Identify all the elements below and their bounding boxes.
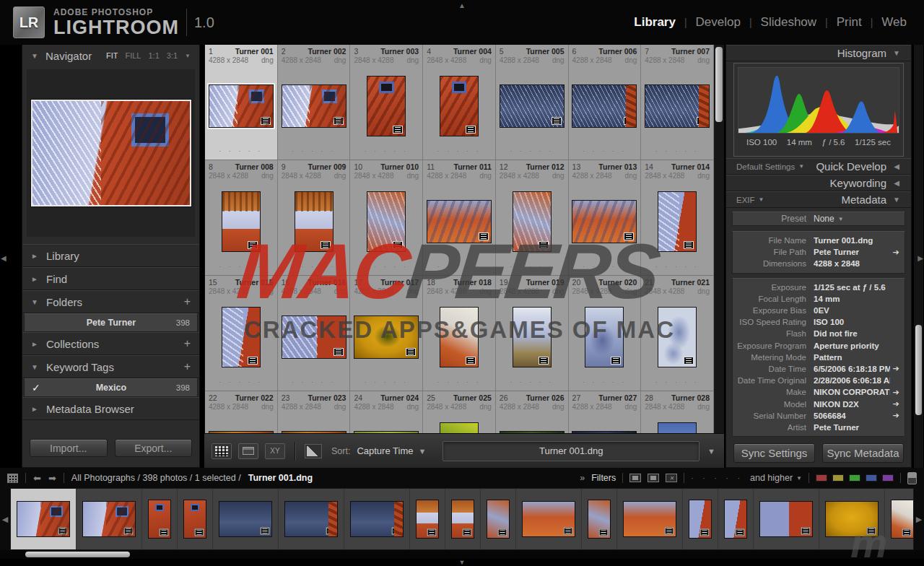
rating-stars-placeholder[interactable]: · · · · · — [583, 147, 627, 157]
grid-photo-cell[interactable]: 25Turner 025 2848 x 4288dng · · · · · — [423, 391, 496, 433]
photo-thumbnail[interactable] — [295, 192, 333, 251]
filmstrip-scrollbar[interactable] — [0, 550, 924, 559]
photo-thumbnail[interactable] — [658, 192, 696, 251]
filmstrip-thumbnail[interactable] — [689, 500, 711, 538]
color-label-swatch[interactable] — [832, 474, 844, 482]
checkmark-icon[interactable]: ✓ — [32, 382, 46, 393]
color-label-swatch[interactable] — [866, 474, 877, 482]
import-button[interactable]: Import... — [30, 439, 108, 457]
filmstrip-thumbnail[interactable] — [624, 502, 676, 536]
photo-thumbnail[interactable] — [427, 201, 491, 243]
filters-label[interactable]: Filters — [591, 473, 616, 483]
secondary-window-icon[interactable] — [7, 474, 18, 483]
rating-stars-placeholder[interactable]: · · · · · — [510, 378, 554, 388]
metadata-badge-icon[interactable] — [321, 241, 331, 249]
grid-photo-cell[interactable]: 27Turner 027 4288 x 2848dng · · · · · — [569, 391, 642, 433]
photo-thumbnail[interactable] — [572, 432, 636, 434]
grid-photo-cell[interactable]: 3Turner 003 2848 x 4288dng · · · · · — [350, 45, 423, 160]
filmstrip-collapse-arrow[interactable]: ▼ — [0, 559, 924, 566]
filters-expand-icon[interactable]: » — [580, 473, 585, 483]
filmstrip-cell[interactable] — [344, 489, 410, 549]
zoom-dropdown-icon[interactable]: ▼ — [185, 53, 191, 59]
color-label-swatch[interactable] — [816, 474, 827, 482]
filmstrip-thumbnail[interactable] — [417, 500, 438, 538]
rating-stars-placeholder[interactable]: · · · · · — [365, 263, 409, 273]
metadata-badge-icon[interactable] — [466, 357, 476, 365]
photo-thumbnail[interactable] — [367, 192, 405, 251]
filmstrip-cell[interactable] — [582, 489, 617, 549]
sidebar-section-metadata-browser[interactable]: ► Metadata Browser — [22, 397, 199, 420]
filmstrip-scrollbar-thumb[interactable] — [25, 552, 130, 557]
toolbar-dropdown-icon[interactable]: ▼ — [706, 447, 717, 456]
photo-thumbnail[interactable] — [354, 432, 418, 434]
metadata-badge-icon[interactable] — [393, 126, 403, 134]
color-label-swatch[interactable] — [849, 474, 860, 482]
grid-photo-cell[interactable]: 22Turner 022 4288 x 2848dng · · · · · — [205, 391, 278, 433]
filename-display[interactable]: Turner 001.dng — [443, 441, 699, 461]
quick-develop-header[interactable]: Default Settings ▼ Quick Develop ◀ — [726, 158, 911, 175]
metadata-mode-dropdown[interactable]: EXIF ▼ — [736, 196, 764, 204]
zoom-fill[interactable]: FILL — [125, 51, 141, 60]
module-print[interactable]: Print — [837, 15, 862, 30]
metadata-badge-icon[interactable] — [624, 117, 634, 125]
rating-stars-placeholder[interactable]: · · · · · — [655, 263, 699, 273]
sidebar-section-keyword-tags[interactable]: ▼ Keyword Tags + — [22, 355, 199, 378]
grid-photo-cell[interactable]: 10Turner 010 2848 x 4288dng · · · · · — [350, 160, 423, 276]
grid-scrollbar-thumb[interactable] — [715, 47, 723, 122]
grid-photo-cell[interactable]: 6Turner 006 4288 x 2848dng · · · · · — [569, 45, 642, 160]
zoom-fit[interactable]: FIT — [106, 51, 118, 60]
photo-thumbnail[interactable] — [440, 77, 478, 136]
photo-thumbnail[interactable] — [282, 316, 346, 358]
flag-unflagged-icon[interactable] — [648, 474, 659, 482]
go-to-arrow-icon[interactable]: ➔ — [890, 248, 902, 257]
grid-photo-cell[interactable]: 11Turner 011 4288 x 2848dng · · · · · — [423, 160, 496, 276]
filmstrip-scroll-left-icon[interactable]: ◀ — [0, 488, 10, 550]
metadata-badge-icon[interactable] — [684, 241, 694, 249]
rating-stars-placeholder[interactable]: · · · · · — [292, 378, 336, 388]
rating-stars-placeholder[interactable]: · · · · · — [437, 263, 481, 273]
photo-thumbnail[interactable] — [354, 316, 418, 358]
grid-photo-cell[interactable]: 8Turner 008 2848 x 4288dng · · · · · — [205, 160, 278, 276]
metadata-header[interactable]: EXIF ▼ Metadata ▼ — [726, 191, 911, 208]
photo-thumbnail[interactable] — [282, 432, 346, 434]
filmstrip-cell[interactable] — [885, 489, 914, 549]
filmstrip-thumbnail[interactable] — [219, 502, 271, 536]
photo-thumbnail[interactable] — [282, 85, 346, 127]
photo-thumbnail[interactable] — [209, 85, 273, 127]
sidebar-section-find[interactable]: ► Find — [22, 267, 199, 290]
filmstrip-thumbnail[interactable] — [452, 500, 474, 538]
filmstrip-thumbnail[interactable] — [83, 502, 135, 536]
back-arrow-icon[interactable]: ⬅ — [33, 473, 41, 484]
metadata-badge-icon[interactable] — [479, 232, 489, 240]
rating-stars-placeholder[interactable]: · · · · · — [437, 147, 481, 157]
grid-photo-cell[interactable]: 5Turner 005 4288 x 2848dng · · · · · — [496, 45, 569, 160]
photo-thumbnail[interactable] — [572, 201, 636, 243]
metadata-badge-icon[interactable] — [248, 241, 258, 249]
grid-photo-cell[interactable]: 19Turner 019 2848 x 4288dng · · · · · — [496, 276, 569, 391]
forward-arrow-icon[interactable]: ➡ — [48, 473, 56, 484]
filmstrip-cell[interactable] — [279, 489, 344, 549]
photo-thumbnail[interactable] — [367, 77, 405, 136]
metadata-badge-icon[interactable] — [697, 117, 707, 125]
filmstrip-cell[interactable] — [178, 489, 213, 549]
flag-picked-icon[interactable] — [629, 474, 641, 482]
preset-dropdown[interactable]: None ▼ — [814, 214, 844, 224]
loupe-view-button[interactable] — [238, 443, 258, 459]
photo-thumbnail[interactable] — [440, 308, 478, 367]
go-to-arrow-icon[interactable]: ➔ — [890, 388, 902, 397]
filmstrip-thumbnail[interactable] — [588, 500, 610, 538]
compare-view-button[interactable]: XY — [265, 443, 285, 459]
filmstrip-thumbnail[interactable] — [725, 500, 746, 538]
filmstrip-thumbnail[interactable] — [184, 500, 206, 538]
filmstrip-scroll-right-icon[interactable]: ▶ — [914, 488, 924, 550]
rating-stars-placeholder[interactable]: · · · · · — [219, 263, 263, 273]
filmstrip-cell[interactable] — [516, 489, 582, 549]
add-keyword-button[interactable]: + — [184, 360, 191, 373]
metadata-badge-icon[interactable] — [334, 117, 344, 125]
quick-develop-preset-dropdown[interactable]: Default Settings ▼ — [736, 162, 804, 171]
source-breadcrumb[interactable]: All Photographs / 398 photos / 1 selecte… — [71, 473, 241, 483]
metadata-badge-icon[interactable] — [334, 348, 344, 356]
photo-thumbnail[interactable] — [500, 432, 564, 434]
rating-rule-dropdown[interactable]: and higher ▼ — [750, 473, 802, 483]
grid-photo-cell[interactable]: 13Turner 013 4288 x 2848dng · · · · · — [569, 160, 642, 276]
